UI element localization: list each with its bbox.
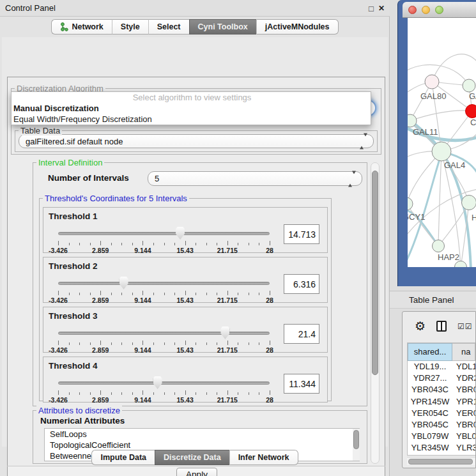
number-of-intervals-value: 5 [155,172,159,186]
network-node-hap2[interactable] [433,240,445,252]
settings-vertical-scrollbar[interactable] [371,162,380,464]
cell-shared-name[interactable]: YDR27... [408,372,452,384]
tab-impute-data[interactable]: Impute Data [91,450,155,465]
slider-thumb[interactable] [119,277,128,289]
threshold-4-slider[interactable]: -3.4262.8599.14415.4321.71528 [58,376,270,402]
dropdown-item-equal-width-frequency[interactable]: Equal Width/Frequency Discretization [12,114,371,125]
network-view-window[interactable]: GAL80 GA C GAL11 GAL4 GCY1 H HAP2 [397,0,476,286]
table-row[interactable]: YBR045CYBR0 [408,419,475,431]
network-node[interactable] [462,196,476,210]
number-of-intervals-combobox[interactable]: 5 [148,171,362,186]
network-node-selected[interactable] [466,105,476,118]
slider-track[interactable] [58,332,270,335]
zoom-traffic-light-icon[interactable] [435,6,443,14]
apply-button[interactable]: Apply [176,468,217,476]
table-row[interactable]: YBL079WYBL0 [408,431,475,442]
table-horizontal-scrollbar[interactable] [407,457,475,465]
cell-name[interactable]: YDL1 [452,361,475,372]
slider-tick [153,293,154,295]
threshold-1-value-field[interactable] [284,224,319,244]
slider-tick [79,342,80,345]
slider-tick [111,342,112,345]
slider-thumb[interactable] [220,326,229,339]
slider-tick [58,291,59,295]
table-data-group-title: Table Data [19,126,62,135]
cell-name[interactable]: YBR0 [452,419,475,431]
column-header-shared-name[interactable]: shared... [408,343,452,361]
attribute-item[interactable]: SelfLoops [45,429,359,440]
slider-tick-label: 9.144 [134,346,151,354]
threshold-3-slider[interactable]: -3.4262.8599.14415.4321.71528 [58,326,270,352]
cell-shared-name[interactable]: YBL079W [408,431,452,442]
checkbox-icons[interactable]: ☑☑ [457,322,473,331]
tab-style[interactable]: Style [112,19,148,35]
cell-shared-name[interactable]: YER054C [408,408,452,419]
attributes-scrollbar-thumb[interactable] [353,430,359,449]
tab-cyni-toolbox[interactable]: Cyni Toolbox [189,19,256,35]
attribute-item[interactable]: TopologicalCoefficient [45,440,359,450]
cell-name[interactable]: YER0 [452,408,475,419]
settings-scrollbar-thumb[interactable] [372,171,378,375]
tab-discretize-data[interactable]: Discretize Data [155,450,229,465]
numerical-attributes-label: Numerical Attributes [40,416,125,426]
slider-thumb[interactable] [176,227,185,240]
tab-network[interactable]: Network [51,19,111,35]
network-node-gcy1[interactable] [408,197,413,210]
tab-jactivemnodules[interactable]: jActiveMNodules [256,19,339,35]
table-row[interactable]: YDR27...YDR2 [408,372,475,384]
node-label-hap2: HAP2 [438,252,459,262]
cell-name[interactable]: YBL0 [452,431,475,442]
cell-name[interactable]: YLR3 [452,442,475,454]
threshold-1-slider[interactable]: -3.4262.8599.14415.4321.71528 [58,227,270,252]
cell-shared-name[interactable]: YBR045C [408,419,452,431]
table-data-combobox[interactable]: galFiltered.sif default node [19,134,374,148]
threshold-2-slider[interactable]: -3.4262.8599.14415.4321.71528 [58,277,270,302]
slider-track[interactable] [58,232,270,235]
network-node-gal4[interactable] [432,142,451,161]
tab-select[interactable]: Select [148,19,189,35]
table-scrollbar-thumb[interactable] [408,459,473,464]
slider-track[interactable] [58,282,270,285]
cell-shared-name[interactable]: YDL19... [408,361,452,372]
gear-icon[interactable]: ⚙ [415,319,426,334]
close-icon[interactable]: ✕ [378,4,385,13]
threshold-2-value-field[interactable] [284,274,319,294]
slider-track[interactable] [58,381,270,385]
table-row[interactable]: YBR043CYBR0 [408,384,475,395]
slider-tick [206,293,207,295]
slider-tick [132,293,133,295]
table-row[interactable]: YPR145WYPR1 [408,396,475,408]
cell-shared-name[interactable]: YBR043C [408,384,452,395]
network-canvas[interactable]: GAL80 GA C GAL11 GAL4 GCY1 H HAP2 [408,18,476,267]
cell-shared-name[interactable]: YIL052C [408,454,452,456]
cell-name[interactable]: YIL0 [452,454,475,456]
dropdown-placeholder-item[interactable]: Select algorithm to view settings [12,92,371,103]
minimize-traffic-light-icon[interactable] [422,6,430,14]
close-traffic-light-icon[interactable] [408,6,417,14]
threshold-4-value-field[interactable] [284,374,319,394]
network-node-gal80[interactable] [425,75,439,89]
float-window-icon[interactable]: □ [369,4,374,13]
cell-name[interactable]: YBR0 [452,384,475,395]
slider-thumb[interactable] [153,376,162,389]
table-row[interactable]: YIL052CYIL0 [408,454,475,456]
slider-tick [227,390,228,395]
cell-name[interactable]: YPR1 [452,396,475,408]
network-node[interactable] [463,79,475,92]
table-row[interactable]: YDL19...YDL1 [408,361,475,372]
slider-tick [132,243,133,245]
column-header-name[interactable]: na [452,343,475,361]
tab-infer-network[interactable]: Infer Network [229,450,298,465]
table-row[interactable]: YLR345WYLR3 [408,442,475,454]
threshold-3-value-field[interactable] [284,324,319,344]
threshold-2-label: Threshold 2 [49,261,98,271]
table-row[interactable]: YER054CYER0 [408,408,475,419]
network-window-titlebar[interactable] [403,2,476,18]
slider-tick-label: 21.715 [217,346,238,354]
cell-name[interactable]: YDR2 [452,372,475,384]
algorithm-dropdown-popup: Select algorithm to view settings Manual… [11,91,371,125]
cell-shared-name[interactable]: YLR345W [408,442,452,454]
columns-icon[interactable] [436,321,447,332]
cell-shared-name[interactable]: YPR145W [408,396,452,408]
dropdown-item-manual-discretization[interactable]: Manual Discretization [12,103,371,114]
